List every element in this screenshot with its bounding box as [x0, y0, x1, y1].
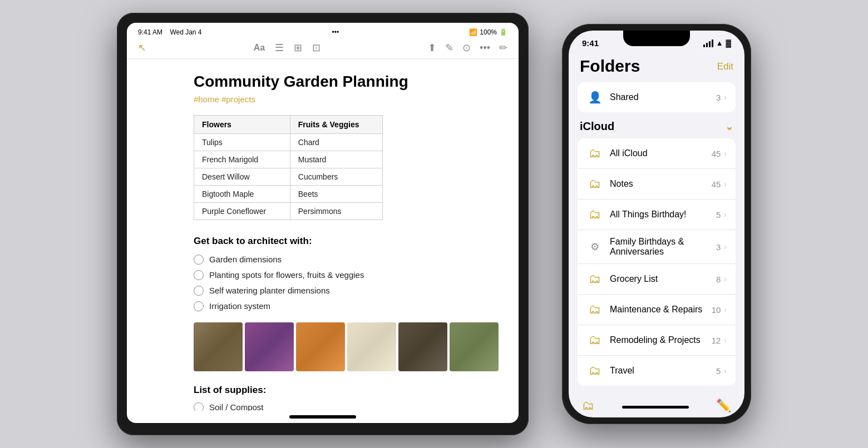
photo-6: [450, 322, 499, 371]
folder-icon-wrap: 🗂: [586, 206, 603, 223]
edit-button[interactable]: Edit: [717, 57, 733, 72]
folder-row[interactable]: 🗂 Maintenance & Repairs 10 ›: [578, 295, 736, 325]
chevron-icon: ›: [724, 210, 727, 219]
back-icon[interactable]: ↖: [138, 42, 146, 54]
chevron-icon: ›: [724, 180, 727, 188]
ipad-device: 9:41 AM Wed Jan 4 ••• 📶 100% 🔋 ↖ Aa ☰ ⊞: [117, 13, 529, 435]
iphone-device: 9:41 ▲ ▓ Folders Edit: [562, 24, 751, 424]
shared-count: 3: [716, 93, 721, 102]
photo-5: [398, 322, 447, 371]
folder-count: 45: [712, 180, 721, 189]
iphone-time: 9:41: [582, 38, 599, 48]
checklist-item: Garden dimensions: [194, 255, 485, 265]
folder-row[interactable]: 🗂 All Things Birthday! 5 ›: [578, 200, 736, 230]
folder-icon-wrap: ⚙: [586, 238, 603, 255]
shared-label: Shared: [610, 92, 716, 102]
compose-icon[interactable]: ✏: [499, 42, 507, 54]
photo-3: [296, 322, 345, 371]
table-cell: Mustard: [290, 151, 382, 168]
ipad-screen: 9:41 AM Wed Jan 4 ••• 📶 100% 🔋 ↖ Aa ☰ ⊞: [127, 23, 519, 423]
iphone-notch: [623, 31, 690, 46]
folder-icon: 🗂: [589, 333, 601, 347]
folder-icon-wrap: 🗂: [586, 145, 603, 162]
table-cell: Cucumbers: [290, 168, 382, 185]
folder-icon: 🗂: [589, 177, 601, 191]
folder-row[interactable]: 🗂 Notes 45 ›: [578, 169, 736, 200]
table-cell: Bigtooth Maple: [194, 185, 290, 202]
chevron-icon: ›: [724, 305, 727, 314]
folder-row[interactable]: 🗂 All iCloud 45 ›: [578, 138, 736, 169]
ipad-toolbar: ↖ Aa ☰ ⊞ ⊡ ⬆ ✎ ⊙ ••• ✏: [127, 38, 519, 59]
section2-title: List of supplies:: [194, 385, 485, 396]
folder-name: All iCloud: [610, 148, 712, 158]
icloud-folders: 🗂 All iCloud 45 › 🗂 Notes 45 › 🗂 All Thi…: [578, 138, 736, 386]
folder-count: 10: [712, 305, 721, 315]
compose-note-icon[interactable]: ✏️: [716, 399, 731, 413]
folder-icon: 🗂: [589, 146, 601, 161]
new-folder-icon[interactable]: 🗂: [582, 399, 594, 413]
icloud-section-label: iCloud ⌄: [569, 117, 744, 134]
toolbar-center: Aa ☰ ⊞ ⊡: [254, 42, 320, 54]
checklist-icon[interactable]: ☰: [275, 42, 284, 54]
folder-count: 8: [716, 275, 721, 284]
shared-row[interactable]: 👤 Shared 3 ›: [578, 82, 736, 112]
photo-4: [347, 322, 396, 371]
chevron-icon: ›: [724, 336, 727, 345]
folder-icon: 🗂: [589, 207, 601, 222]
checklist-item: Planting spots for flowers, fruits & veg…: [194, 270, 485, 280]
table-cell: Purple Coneflower: [194, 202, 290, 220]
share-icon[interactable]: ⬆: [428, 42, 436, 54]
folder-count: 12: [712, 336, 721, 345]
camera-icon[interactable]: ⊡: [312, 42, 320, 54]
table-cell: Desert Willow: [194, 168, 290, 185]
checkbox[interactable]: [194, 270, 204, 280]
iphone-content: Folders Edit 👤 Shared 3 › iCloud ⌄: [569, 52, 744, 394]
supply-checkbox[interactable]: [194, 402, 204, 411]
folder-row[interactable]: ⚙ Family Birthdays & Anniversaries 3 ›: [578, 230, 736, 264]
folder-name: Family Birthdays & Anniversaries: [610, 237, 716, 257]
ipad-note-content: Community Garden Planning #home #project…: [127, 59, 519, 411]
shared-icon-wrap: 👤: [586, 89, 603, 106]
ipad-home-indicator: [289, 415, 356, 419]
iphone-screen: 9:41 ▲ ▓ Folders Edit: [569, 31, 744, 417]
folder-name: Maintenance & Repairs: [610, 305, 712, 315]
note-tags: #home #projects: [194, 94, 485, 104]
more-dots-icon[interactable]: •••: [480, 42, 490, 54]
folder-icon-wrap: 🗂: [586, 176, 603, 192]
icloud-chevron-icon[interactable]: ⌄: [725, 121, 733, 133]
folder-count: 5: [716, 210, 721, 220]
chevron-icon: ›: [724, 275, 727, 283]
photo-1: [194, 322, 243, 371]
pencil-icon[interactable]: ✎: [445, 42, 453, 54]
iphone-status-icons: ▲ ▓: [703, 39, 731, 47]
supply-item: Soil / Compost: [194, 402, 485, 411]
iphone-bottom-bar: 🗂 ✏️: [569, 394, 744, 417]
tags-section-label: Tags ⌄: [569, 390, 744, 394]
checkbox[interactable]: [194, 286, 204, 296]
checkbox[interactable]: [194, 301, 204, 311]
folder-icon: 🗂: [589, 364, 601, 378]
shared-chevron-icon: ›: [724, 93, 727, 102]
checkbox[interactable]: [194, 255, 204, 265]
folder-icon: 🗂: [589, 302, 601, 317]
folders-title: Folders: [580, 57, 640, 76]
checklist-item: Self watering planter dimensions: [194, 286, 485, 296]
section1-title: Get back to architect with:: [194, 236, 485, 247]
folder-row[interactable]: 🗂 Travel 5 ›: [578, 356, 736, 386]
chevron-icon: ›: [724, 242, 727, 251]
table-icon[interactable]: ⊞: [294, 42, 302, 54]
table-header-veggies: Fruits & Veggies: [290, 115, 382, 133]
mention-icon[interactable]: ⊙: [462, 42, 471, 54]
toolbar-left: ↖: [138, 42, 146, 54]
chevron-icon: ›: [724, 149, 727, 158]
folder-count: 3: [716, 242, 721, 252]
folders-header: Folders Edit: [569, 52, 744, 78]
folder-icon-wrap: 🗂: [586, 332, 603, 349]
photo-2: [245, 322, 294, 371]
table-header-flowers: Flowers: [194, 115, 290, 133]
format-icon[interactable]: Aa: [254, 43, 265, 53]
folder-row[interactable]: 🗂 Remodeling & Projects 12 ›: [578, 325, 736, 356]
folder-row[interactable]: 🗂 Grocery List 8 ›: [578, 264, 736, 295]
battery-icon: ▓: [726, 39, 731, 47]
checklist-item: Irrigation system: [194, 301, 485, 311]
